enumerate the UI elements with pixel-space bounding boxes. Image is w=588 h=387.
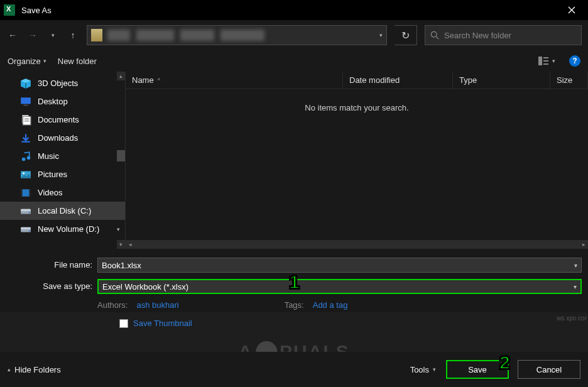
forward-button[interactable]: → xyxy=(26,29,39,41)
hide-folders-button[interactable]: ▴ Hide Folders xyxy=(8,365,61,374)
filetype-select[interactable]: Excel Workbook (*.xlsx) ▾ xyxy=(97,279,582,294)
svg-rect-8 xyxy=(23,116,31,125)
sidebar-item-new-volume-d[interactable]: New Volume (D:) ▾ xyxy=(0,220,125,238)
tree-scroll-down[interactable]: ▾ xyxy=(117,240,125,249)
chevron-down-icon[interactable]: ▾ xyxy=(574,283,577,290)
svg-rect-5 xyxy=(21,97,31,104)
svg-point-13 xyxy=(23,172,24,174)
hscroll-right[interactable]: ▸ xyxy=(579,240,588,249)
filetype-label: Save as type: xyxy=(6,279,97,294)
svg-rect-3 xyxy=(543,60,548,62)
search-icon xyxy=(430,31,439,40)
svg-point-23 xyxy=(29,230,30,231)
column-date[interactable]: Date modified xyxy=(343,72,453,89)
sidebar-item-downloads[interactable]: Downloads xyxy=(0,129,125,147)
svg-rect-1 xyxy=(538,57,542,65)
desktop-icon xyxy=(20,96,31,107)
drive-icon xyxy=(20,205,31,217)
back-button[interactable]: ← xyxy=(6,29,19,41)
refresh-button[interactable]: ↻ xyxy=(395,25,417,45)
save-thumbnail-checkbox[interactable] xyxy=(119,319,128,328)
svg-rect-15 xyxy=(22,189,29,196)
cube-icon xyxy=(20,78,31,89)
address-path xyxy=(107,30,376,41)
chevron-down-icon: ▾ xyxy=(117,226,120,232)
new-folder-button[interactable]: New folder xyxy=(58,57,97,66)
svg-rect-17 xyxy=(30,189,31,196)
music-icon xyxy=(20,151,31,162)
help-icon[interactable]: ? xyxy=(569,55,580,67)
toolbar: Organize▾ New folder ▾ ? xyxy=(0,50,588,72)
column-headers: Name ^ Date modified Type Size xyxy=(126,72,588,89)
column-type[interactable]: Type xyxy=(453,72,550,89)
metadata-row: Authors: ash bukhari Tags: Add a tag xyxy=(97,300,582,310)
svg-rect-9 xyxy=(21,141,30,142)
drive-icon xyxy=(20,224,31,235)
download-icon xyxy=(20,133,31,144)
folder-tree: ▴ 3D Objects Desktop Documents Downloads… xyxy=(0,72,126,249)
pictures-icon xyxy=(20,169,31,180)
sort-chevron-icon: ^ xyxy=(158,77,160,84)
videos-icon xyxy=(20,187,31,199)
sidebar-item-videos[interactable]: Videos xyxy=(0,183,125,202)
save-thumbnail-label: Save Thumbnail xyxy=(133,319,192,328)
svg-rect-22 xyxy=(21,227,31,229)
save-thumbnail-row[interactable]: Save Thumbnail xyxy=(119,319,588,328)
tree-scroll-up[interactable]: ▴ xyxy=(117,72,125,80)
search-input[interactable]: Search New folder xyxy=(425,25,582,45)
annotation-1: 1 xyxy=(289,271,300,293)
address-bar[interactable]: ▾ xyxy=(87,25,387,45)
empty-message: No items match your search. xyxy=(126,103,588,112)
body: ▴ 3D Objects Desktop Documents Downloads… xyxy=(0,72,588,249)
file-area: Name ^ Date modified Type Size No items … xyxy=(126,72,588,249)
titlebar: Save As xyxy=(0,0,588,20)
column-name[interactable]: Name ^ xyxy=(126,72,343,89)
svg-point-10 xyxy=(22,157,26,161)
svg-rect-2 xyxy=(543,57,548,58)
sidebar-item-music[interactable]: Music xyxy=(0,147,125,165)
cancel-button[interactable]: Cancel xyxy=(518,360,580,379)
organize-menu[interactable]: Organize▾ xyxy=(8,57,46,66)
authors-value[interactable]: ash bukhari xyxy=(136,300,178,310)
window-title: Save As xyxy=(21,6,559,15)
horizontal-scrollbar[interactable]: ◂ ▸ xyxy=(126,240,588,249)
tags-value[interactable]: Add a tag xyxy=(313,300,348,310)
address-dropdown-icon[interactable]: ▾ xyxy=(379,32,383,38)
folder-thumb-icon xyxy=(91,29,102,41)
documents-icon xyxy=(20,114,31,126)
svg-point-0 xyxy=(431,31,437,37)
view-mode-selector[interactable]: ▾ xyxy=(538,57,555,65)
authors-label: Authors: xyxy=(97,300,128,310)
hscroll-left[interactable]: ◂ xyxy=(126,240,134,249)
sidebar-item-3dobjects[interactable]: 3D Objects xyxy=(0,74,125,92)
nav-row: ← → ▾ ↑ ▾ ↻ Search New folder xyxy=(0,20,588,50)
sidebar-item-local-disk-c[interactable]: Local Disk (C:) xyxy=(0,202,125,220)
svg-rect-4 xyxy=(543,63,548,65)
tools-menu[interactable]: Tools▾ xyxy=(410,365,436,374)
svg-rect-6 xyxy=(24,104,28,106)
up-button[interactable]: ↑ xyxy=(67,29,79,41)
sidebar-item-documents[interactable]: Documents xyxy=(0,111,125,129)
filename-input[interactable]: Book1.xlsx ▾ xyxy=(97,258,582,273)
sidebar-item-pictures[interactable]: Pictures xyxy=(0,165,125,183)
tree-scrollbar-thumb[interactable] xyxy=(117,150,125,161)
excel-app-icon xyxy=(4,4,15,16)
corner-watermark: ws xpn cor xyxy=(557,315,587,322)
column-size[interactable]: Size xyxy=(550,72,588,89)
history-dropdown[interactable]: ▾ xyxy=(46,29,59,41)
chevron-down-icon[interactable]: ▾ xyxy=(574,262,577,269)
sidebar-item-desktop[interactable]: Desktop xyxy=(0,92,125,111)
svg-rect-16 xyxy=(21,189,22,196)
svg-point-11 xyxy=(27,156,31,160)
hscroll-track[interactable] xyxy=(134,240,579,249)
tags-label: Tags: xyxy=(285,300,304,310)
search-placeholder: Search New folder xyxy=(444,31,511,40)
close-button[interactable] xyxy=(559,0,584,20)
filename-label: File name: xyxy=(6,258,97,273)
svg-rect-19 xyxy=(21,209,31,210)
svg-point-20 xyxy=(29,212,30,213)
annotation-2: 2 xyxy=(499,352,510,373)
